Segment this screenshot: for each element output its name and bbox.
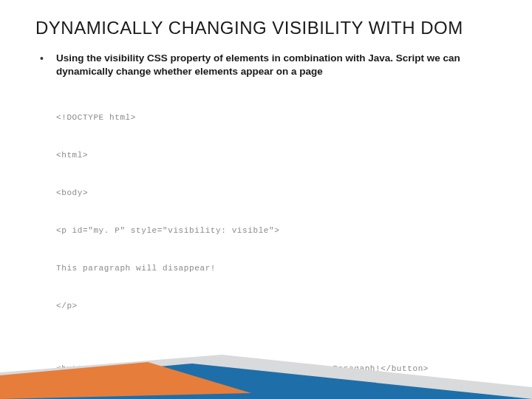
code-line: <html> — [56, 149, 497, 162]
code-block: <!DOCTYPE html> <html> <body> <p id="my.… — [56, 86, 497, 399]
code-line: This paragraph will disappear! — [56, 262, 497, 275]
slide: DYNAMICALLY CHANGING VISIBILITY WITH DOM… — [0, 0, 532, 399]
slide-title: DYNAMICALLY CHANGING VISIBILITY WITH DOM — [35, 18, 497, 38]
code-line: <p id="my. P" style="visibility: visible… — [56, 225, 497, 237]
code-line: </p> — [56, 300, 497, 313]
code-line: <body> — [56, 187, 497, 200]
bullet-text-1: Using the visibility CSS property of ele… — [56, 52, 497, 78]
list-item: Using the visibility CSS property of ele… — [35, 52, 497, 399]
bullet-list: Using the visibility CSS property of ele… — [35, 52, 497, 399]
code-line: <!DOCTYPE html> — [56, 112, 497, 124]
code-line: <button type="button" onclick="my. Funct… — [56, 363, 497, 375]
